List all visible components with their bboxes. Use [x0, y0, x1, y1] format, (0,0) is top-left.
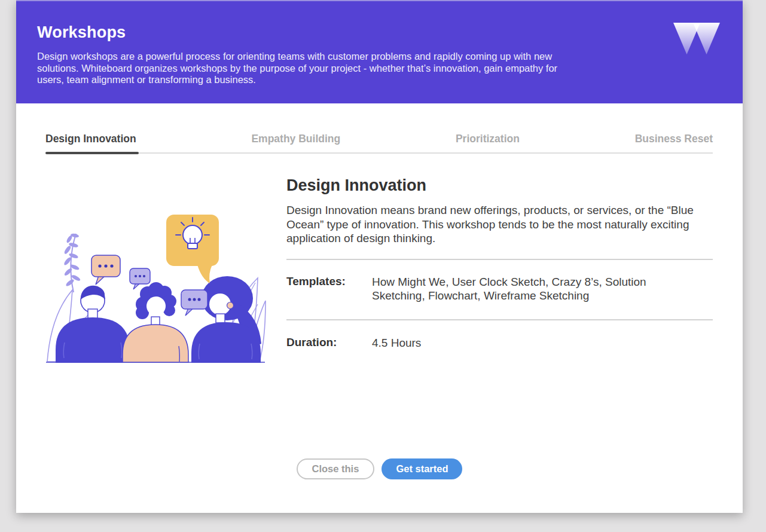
- workshop-tabs: Design Innovation Empathy Building Prior…: [45, 133, 713, 154]
- duration-row: Duration: 4.5 Hours: [286, 320, 713, 351]
- modal-footer: Close this Get started: [16, 458, 743, 479]
- team-brainstorm-illustration-icon: [45, 213, 266, 363]
- workshop-description: Design Innovation means brand new offeri…: [286, 203, 708, 246]
- page-title: Workshops: [37, 23, 719, 42]
- get-started-button[interactable]: Get started: [382, 458, 462, 479]
- templates-row: Templates: How Might We, User Clock Sket…: [286, 260, 713, 319]
- tab-empathy-building[interactable]: Empathy Building: [251, 133, 340, 152]
- templates-label: Templates:: [286, 275, 372, 303]
- tab-panel-design-innovation: Design Innovation Design Innovation mean…: [16, 154, 743, 365]
- workshop-detail: Design Innovation Design Innovation mean…: [286, 176, 713, 365]
- workshop-heading: Design Innovation: [286, 176, 713, 195]
- duration-value: 4.5 Hours: [372, 336, 421, 350]
- tab-label: Business Reset: [635, 133, 713, 145]
- workshops-modal: Workshops Design workshops are a powerfu…: [16, 0, 743, 513]
- whiteboard-w-logo-icon: [673, 23, 720, 55]
- illustration-column: [45, 176, 266, 365]
- tab-label: Design Innovation: [45, 133, 136, 145]
- header-description: Design workshops are a powerful process …: [37, 51, 578, 86]
- duration-label: Duration:: [286, 336, 372, 350]
- active-tab-underline: [45, 152, 139, 154]
- modal-header: Workshops Design workshops are a powerfu…: [16, 1, 743, 103]
- close-this-button[interactable]: Close this: [297, 458, 375, 479]
- tab-label: Empathy Building: [251, 133, 340, 145]
- tab-label: Prioritization: [456, 133, 520, 145]
- tab-prioritization[interactable]: Prioritization: [456, 133, 520, 152]
- templates-value: How Might We, User Clock Sketch, Crazy 8…: [372, 275, 683, 303]
- tab-business-reset[interactable]: Business Reset: [635, 133, 713, 152]
- tab-design-innovation[interactable]: Design Innovation: [45, 133, 136, 152]
